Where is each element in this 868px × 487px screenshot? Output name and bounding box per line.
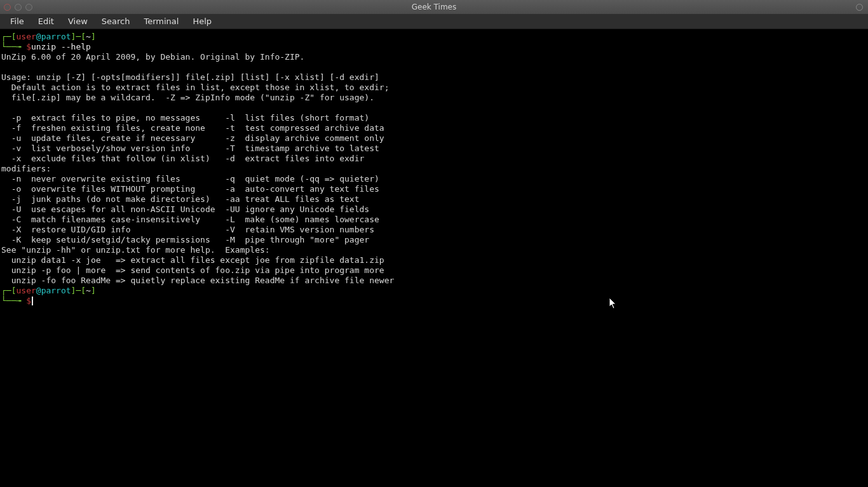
menu-file[interactable]: File bbox=[4, 15, 31, 27]
window-menu-icon[interactable] bbox=[856, 4, 863, 11]
output-line: -f freshen existing files, create none -… bbox=[1, 123, 384, 133]
minimize-icon[interactable] bbox=[15, 4, 22, 11]
output-line: See "unzip -hh" or unzip.txt for more he… bbox=[1, 245, 270, 255]
output-line: file[.zip] may be a wildcard. -Z => ZipI… bbox=[1, 93, 374, 102]
output-line: unzip -p foo | more => send contents of … bbox=[1, 265, 384, 275]
prompt-user: user bbox=[16, 32, 36, 41]
output-line: -u update files, create if necessary -z … bbox=[1, 133, 384, 143]
prompt-line2: └──╼ bbox=[1, 42, 26, 51]
prompt-path: ~ bbox=[86, 32, 91, 41]
output-line: -v list verbosely/show version info -T t… bbox=[1, 143, 379, 153]
menu-view[interactable]: View bbox=[62, 15, 94, 27]
prompt-user: user bbox=[16, 286, 36, 295]
prompt-line2: └──╼ bbox=[1, 296, 26, 305]
close-icon[interactable] bbox=[4, 4, 11, 11]
prompt-at: @ bbox=[36, 32, 41, 41]
prompt-bracket: ┌─[ bbox=[1, 32, 16, 41]
prompt-bracket: ]─[ bbox=[71, 32, 86, 41]
output-line: -p extract files to pipe, no messages -l… bbox=[1, 113, 369, 123]
output-line: -x exclude files that follow (in xlist) … bbox=[1, 154, 364, 163]
menu-help[interactable]: Help bbox=[186, 15, 218, 27]
output-line: UnZip 6.00 of 20 April 2009, by Debian. … bbox=[1, 52, 304, 62]
prompt-dollar: $ bbox=[26, 296, 31, 305]
prompt-path: ~ bbox=[86, 286, 91, 295]
prompt-bracket: ] bbox=[91, 32, 96, 41]
window-title: Geek Times bbox=[412, 3, 456, 11]
menu-edit[interactable]: Edit bbox=[32, 15, 60, 27]
output-line: modifiers: bbox=[1, 164, 51, 173]
menu-search[interactable]: Search bbox=[95, 15, 137, 27]
output-line: -K keep setuid/setgid/tacky permissions … bbox=[1, 235, 369, 244]
output-line: unzip -fo foo ReadMe => quietly replace … bbox=[1, 276, 394, 285]
text-cursor bbox=[32, 297, 33, 305]
output-line: -C match filenames case-insensitively -L… bbox=[1, 215, 379, 224]
maximize-icon[interactable] bbox=[25, 4, 32, 11]
prompt-dollar: $ bbox=[26, 42, 31, 51]
window-buttons bbox=[4, 4, 32, 11]
output-line: -n never overwrite existing files -q qui… bbox=[1, 174, 379, 183]
prompt-bracket: ┌─[ bbox=[1, 286, 16, 295]
prompt-host: parrot bbox=[41, 32, 71, 41]
window-titlebar: Geek Times bbox=[0, 0, 868, 14]
output-line: -X restore UID/GID info -V retain VMS ve… bbox=[1, 225, 374, 234]
terminal-output[interactable]: ┌─[user@parrot]─[~] └──╼ $unzip --help U… bbox=[0, 29, 868, 487]
prompt-bracket: ] bbox=[91, 286, 96, 295]
output-line: Default action is to extract files in li… bbox=[1, 83, 389, 92]
output-line: Usage: unzip [-Z] [-opts[modifiers]] fil… bbox=[1, 72, 379, 82]
prompt-at: @ bbox=[36, 286, 41, 295]
output-line: -U use escapes for all non-ASCII Unicode… bbox=[1, 204, 369, 214]
menubar: File Edit View Search Terminal Help bbox=[0, 14, 868, 29]
menu-terminal[interactable]: Terminal bbox=[137, 15, 185, 27]
output-line: unzip data1 -x joe => extract all files … bbox=[1, 255, 384, 265]
prompt-host: parrot bbox=[41, 286, 71, 295]
output-line: -o overwrite files WITHOUT prompting -a … bbox=[1, 184, 379, 194]
prompt-bracket: ]─[ bbox=[71, 286, 86, 295]
output-line: -j junk paths (do not make directories) … bbox=[1, 194, 360, 204]
command-text: unzip --help bbox=[31, 42, 91, 51]
